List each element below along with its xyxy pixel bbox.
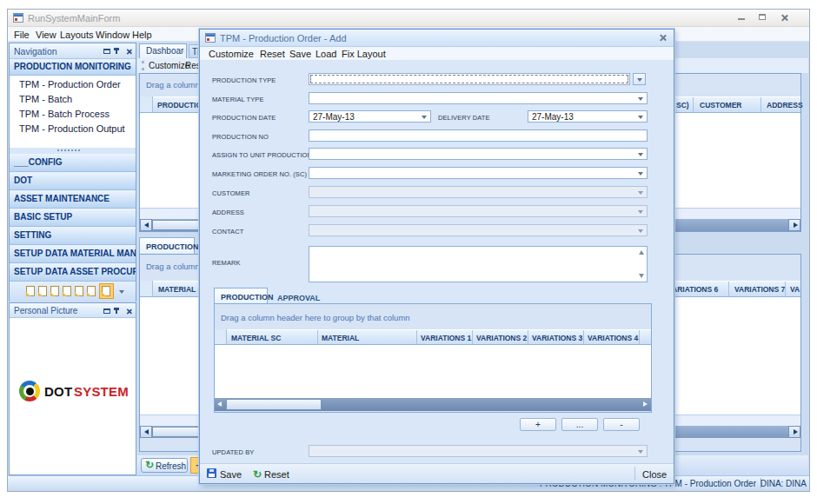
menu-window[interactable]: Window (96, 30, 130, 40)
dialog-grid-body[interactable] (215, 345, 651, 398)
layout-icon (102, 286, 110, 296)
dialog-col-material-sc[interactable]: MATERIAL SC (231, 334, 281, 342)
dialog-icon (205, 33, 216, 43)
nav-item-production-output[interactable]: TPM - Production Output (19, 123, 132, 134)
production-date-value: 27-May-13 (313, 111, 355, 123)
dialog-grid-scroll-thumb[interactable] (226, 399, 322, 410)
top-col-address[interactable]: ADDRESS (767, 101, 803, 109)
label-material-type: MATERIAL TYPE (212, 96, 264, 103)
menu-help[interactable]: Help (132, 30, 152, 40)
toolbar-customize[interactable]: Customize (149, 61, 189, 70)
production-date-picker[interactable]: 27-May-13 (309, 110, 431, 123)
dialog-close-icon[interactable] (659, 34, 667, 42)
updated-by-combo[interactable] (309, 445, 648, 457)
dialog-col-variations4[interactable]: VARIATIONS 4 (588, 334, 638, 342)
bottom-col-variations7[interactable]: VARIATIONS 7 (734, 285, 785, 294)
personal-pin-icon[interactable] (116, 308, 117, 314)
scroll-down-icon[interactable] (639, 274, 644, 278)
layout-icon[interactable] (50, 286, 59, 296)
layout-icon[interactable] (26, 286, 35, 296)
scroll-left-icon[interactable] (140, 426, 152, 438)
dialog-col-variations3[interactable]: VARIATIONS 3 (532, 334, 582, 342)
dialog-col-material[interactable]: MATERIAL (322, 334, 359, 342)
row-indicator-cell (140, 96, 153, 112)
nav-group-basic-setup[interactable]: BASIC SETUP (10, 209, 136, 227)
layout-icon[interactable] (87, 286, 96, 296)
bottom-col-variations8[interactable]: VA (790, 285, 800, 294)
marketing-order-combo[interactable] (309, 167, 648, 179)
label-address: ADDRESS (212, 209, 244, 216)
layout-icon[interactable] (63, 286, 71, 296)
close-button[interactable]: Close (642, 469, 667, 480)
grid-more-button[interactable]: ... (561, 418, 598, 431)
menu-layouts[interactable]: Layouts (60, 30, 94, 40)
remark-textarea[interactable] (309, 246, 648, 282)
scroll-right-icon[interactable] (788, 219, 800, 231)
dialog-menu-customize[interactable]: Customize (209, 49, 254, 59)
production-type-drop-button[interactable] (633, 73, 646, 85)
address-combo[interactable] (309, 205, 648, 217)
nav-group-setting[interactable]: SETTING (10, 227, 136, 245)
col-divider (639, 330, 640, 344)
label-updated-by: UPDATED BY (212, 448, 254, 456)
nav-group-setup-asset[interactable]: SETUP DATA ASSET PROCUREMEN (10, 263, 136, 282)
nav-group-production-monitoring[interactable]: PRODUCTION MONITORING (10, 59, 136, 76)
reset-button[interactable]: Reset (264, 469, 289, 480)
menu-view[interactable]: View (36, 30, 56, 40)
label-assign-unit: ASSIGN TO UNIT PRODUCTION (212, 151, 312, 159)
dialog-menu-save[interactable]: Save (289, 49, 311, 59)
personal-picture-title: Personal Picture (14, 306, 77, 315)
nav-item-production-order[interactable]: TPM - Production Order (19, 79, 132, 90)
scroll-up-icon[interactable] (639, 250, 644, 255)
production-no-input[interactable] (309, 129, 648, 142)
save-button[interactable]: Save (220, 469, 242, 480)
personal-maximize-icon[interactable] (103, 308, 110, 314)
dialog-col-variations1[interactable]: VARIATIONS 1 (421, 334, 471, 342)
scroll-right-icon[interactable] (640, 398, 651, 411)
toolbar-grip[interactable] (142, 61, 144, 70)
col-divider (583, 330, 584, 344)
nav-item-batch[interactable]: TPM - Batch (19, 94, 132, 104)
close-icon[interactable] (780, 14, 788, 22)
nav-close-icon[interactable] (126, 49, 132, 55)
dialog-col-variations2[interactable]: VARIATIONS 2 (476, 334, 527, 342)
bottom-col-variations6[interactable]: VARIATIONS 6 (668, 285, 718, 294)
production-type-combo[interactable] (309, 73, 630, 85)
dialog-menu-load[interactable]: Load (316, 49, 336, 59)
nav-pin-icon[interactable] (116, 48, 117, 54)
chevron-down-icon[interactable] (119, 290, 124, 294)
scroll-left-icon[interactable] (215, 398, 226, 411)
restore-icon[interactable] (759, 14, 766, 20)
layout-icon[interactable] (38, 286, 47, 296)
navigation-title: Navigation (14, 46, 57, 56)
personal-close-icon[interactable] (126, 308, 132, 315)
layout-icon[interactable] (75, 286, 83, 296)
minimize-icon[interactable] (738, 18, 745, 20)
scroll-right-icon[interactable] (788, 426, 800, 438)
assign-unit-combo[interactable] (309, 148, 648, 160)
material-type-combo[interactable] (309, 92, 648, 104)
top-col-marketing-sc[interactable]: SC) (676, 101, 689, 109)
dialog-menu-fix-layout[interactable]: Fix Layout (342, 49, 386, 59)
nav-group-asset-maintenance[interactable]: ASSET MAINTENANCE (10, 190, 136, 209)
nav-group-setup-material[interactable]: SETUP DATA MATERIAL MANAGEM (10, 245, 136, 263)
nav-splitter[interactable] (57, 149, 80, 151)
nav-group-config[interactable]: ___CONFIG (10, 154, 136, 172)
nav-group-dot[interactable]: DOT (10, 172, 136, 190)
grid-add-button[interactable]: + (520, 418, 556, 431)
label-customer: CUSTOMER (212, 189, 250, 197)
label-production-no: PRODUCTION NO (212, 133, 269, 141)
nav-item-batch-process[interactable]: TPM - Batch Process (19, 109, 132, 119)
contact-combo[interactable] (309, 224, 648, 236)
delivery-date-picker[interactable]: 27-May-13 (528, 110, 648, 123)
dialog-menu-reset[interactable]: Reset (260, 49, 285, 59)
menu-file[interactable]: File (14, 30, 30, 40)
customer-combo[interactable] (309, 186, 648, 198)
dialog-title: TPM - Production Order - Add (220, 33, 481, 43)
label-remark: REMARK (212, 259, 241, 267)
nav-maximize-icon[interactable] (103, 49, 110, 54)
scroll-left-icon[interactable] (140, 219, 152, 231)
label-production-type: PRODUCTION TYPE (212, 76, 276, 84)
top-col-customer[interactable]: CUSTOMER (700, 101, 742, 109)
grid-remove-button[interactable]: - (603, 418, 640, 431)
